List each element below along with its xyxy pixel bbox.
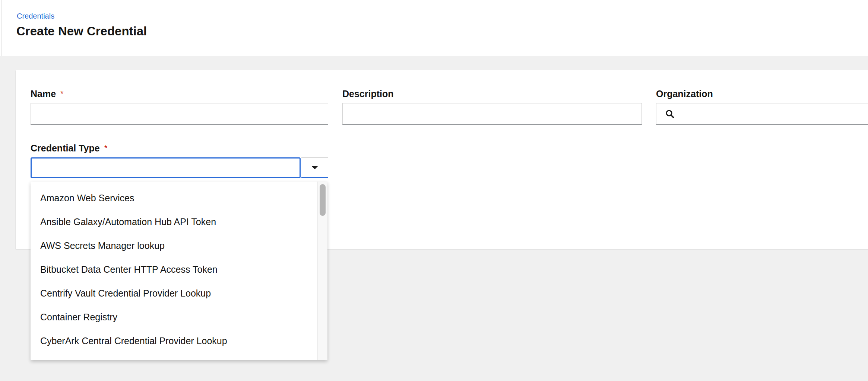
credential-type-option[interactable]: Ansible Galaxy/Automation Hub API Token bbox=[31, 210, 327, 234]
create-credential-page: { "header": { "breadcrumb": "Credentials… bbox=[0, 0, 868, 381]
name-label-text: Name bbox=[31, 89, 56, 99]
credential-type-option[interactable]: CyberArk Central Credential Provider Loo… bbox=[31, 329, 327, 353]
credential-type-option-list: Amazon Web ServicesAnsible Galaxy/Automa… bbox=[31, 186, 327, 353]
credential-type-option[interactable]: Centrify Vault Credential Provider Looku… bbox=[31, 281, 327, 305]
description-field-group: Description bbox=[342, 89, 642, 125]
dropdown-scrollbar-track[interactable] bbox=[317, 182, 327, 360]
credential-type-option[interactable]: Bitbucket Data Center HTTP Access Token bbox=[31, 257, 327, 281]
window-edge-line bbox=[1, 0, 1, 56]
credential-type-required-asterisk: * bbox=[104, 143, 108, 153]
page-title: Create New Credential bbox=[16, 24, 147, 39]
dropdown-scrollbar-thumb[interactable] bbox=[320, 184, 326, 216]
name-input[interactable] bbox=[31, 103, 328, 125]
organization-field-group: Organization bbox=[656, 89, 868, 125]
credential-type-label-text: Credential Type bbox=[31, 143, 100, 153]
description-label: Description bbox=[342, 89, 642, 99]
breadcrumb-credentials-link[interactable]: Credentials bbox=[17, 11, 54, 21]
description-input[interactable] bbox=[342, 103, 642, 125]
search-icon bbox=[665, 109, 675, 119]
caret-down-icon bbox=[311, 166, 318, 169]
organization-input[interactable] bbox=[683, 103, 868, 125]
organization-label: Organization bbox=[656, 89, 868, 99]
name-required-asterisk: * bbox=[60, 89, 64, 98]
organization-search-button[interactable] bbox=[656, 103, 683, 125]
credential-type-toggle-button[interactable] bbox=[301, 157, 328, 178]
name-label: Name* bbox=[31, 89, 328, 99]
credential-type-dropdown-menu: Amazon Web ServicesAnsible Galaxy/Automa… bbox=[31, 182, 327, 360]
credential-type-option[interactable]: AWS Secrets Manager lookup bbox=[31, 234, 327, 257]
credential-type-field-group: Credential Type* bbox=[31, 143, 328, 178]
organization-lookup-control bbox=[656, 103, 868, 125]
name-field-group: Name* bbox=[31, 89, 328, 125]
credential-type-input[interactable] bbox=[31, 157, 301, 178]
credential-form: Name* Description Organization bbox=[16, 70, 868, 178]
credential-type-option[interactable]: Container Registry bbox=[31, 305, 327, 329]
credential-type-label: Credential Type* bbox=[31, 143, 328, 153]
credential-type-combobox bbox=[31, 157, 328, 178]
page-header: Credentials Create New Credential bbox=[0, 0, 868, 56]
credential-type-option[interactable]: Amazon Web Services bbox=[31, 186, 327, 210]
